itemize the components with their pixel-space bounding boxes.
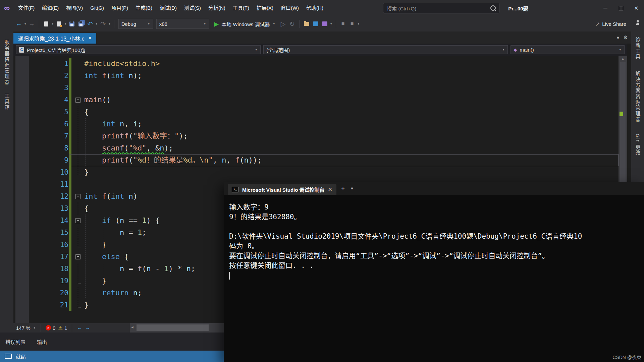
code-line[interactable]: 1#include<stdio.h> [13, 58, 619, 70]
glyph-margin-cell[interactable] [13, 239, 29, 251]
undo-dropdown-icon[interactable]: ▾ [95, 22, 98, 25]
redo-button[interactable]: ↷ [99, 18, 107, 29]
new-file-dropdown-icon[interactable]: ▾ [51, 22, 54, 25]
solution-configuration-dropdown[interactable]: Debug▾ [118, 19, 153, 29]
fold-margin[interactable] [74, 202, 82, 215]
close-button[interactable]: ✕ [629, 0, 644, 16]
maximize-button[interactable] [613, 0, 629, 16]
fold-margin[interactable] [74, 154, 82, 166]
menu-item[interactable]: 编辑(E) [38, 0, 62, 16]
sidebar-tab[interactable]: 解决方案资源管理器 [634, 71, 641, 122]
menu-item[interactable]: 窗口(W) [277, 0, 303, 16]
navigate-forward-button[interactable]: → [28, 18, 36, 29]
glyph-margin-cell[interactable] [13, 166, 29, 178]
console-output[interactable]: 输入数字：99！的结果是362880。 D:\软件夹\Visual Studio… [224, 195, 644, 362]
horizontal-scrollbar-thumb[interactable] [137, 324, 209, 331]
glyph-margin-cell[interactable] [13, 287, 29, 299]
code-text[interactable] [84, 82, 619, 94]
glyph-margin-cell[interactable] [13, 94, 29, 106]
collapse-toggle-icon[interactable]: − [75, 218, 80, 223]
menu-item[interactable]: 测试(S) [180, 0, 205, 16]
collapse-toggle-icon[interactable]: − [75, 254, 80, 259]
glyph-margin-cell[interactable] [13, 263, 29, 275]
debug-console-window[interactable]: >_ Microsoft Visual Studio 调试控制台 ✕ + ▼ 输… [224, 182, 644, 362]
line-number[interactable]: 21 [29, 299, 69, 311]
scroll-up-icon[interactable]: ▲ [619, 57, 627, 61]
toolbar-options-dropdown-icon[interactable]: ▾ [357, 22, 360, 25]
fold-margin[interactable] [74, 227, 82, 239]
code-text[interactable]: printf("输入数字："); [84, 130, 619, 142]
properties-window-button[interactable] [321, 18, 329, 29]
console-title-bar[interactable]: >_ Microsoft Visual Studio 调试控制台 ✕ + ▼ [224, 182, 644, 195]
fold-margin[interactable]: − [74, 94, 82, 106]
code-line[interactable]: 5{ [13, 106, 619, 118]
code-text[interactable]: #include<stdio.h> [84, 58, 619, 70]
previous-change-button[interactable]: ← [77, 325, 82, 331]
fold-margin[interactable] [74, 239, 82, 251]
menu-item[interactable]: 文件(F) [14, 0, 38, 16]
line-number[interactable]: 12 [29, 190, 69, 202]
background-tasks-icon[interactable] [5, 354, 12, 359]
code-line[interactable]: 2int f(int n); [13, 70, 619, 82]
start-debugging-button[interactable]: ▶ 本地 Windows 调试器 ▾ [211, 18, 278, 29]
line-number[interactable]: 8 [29, 142, 69, 154]
undo-button[interactable]: ↶ [86, 18, 94, 29]
fold-margin[interactable] [74, 106, 82, 118]
start-without-debugging-button[interactable]: ▷ [279, 18, 287, 29]
collapse-toggle-icon[interactable]: − [75, 98, 80, 103]
glyph-margin-cell[interactable] [13, 82, 29, 94]
menu-item[interactable]: 项目(P) [108, 0, 132, 16]
glyph-margin-cell[interactable] [13, 118, 29, 130]
menu-item[interactable]: 视图(V) [62, 0, 87, 16]
fold-margin[interactable]: − [74, 215, 82, 227]
fold-margin[interactable] [74, 166, 82, 178]
glyph-margin-cell[interactable] [13, 215, 29, 227]
code-text[interactable]: int n, i; [84, 118, 619, 130]
console-new-tab-icon[interactable]: + [341, 185, 345, 192]
solution-explorer-button[interactable] [312, 18, 320, 29]
glyph-margin-cell[interactable] [13, 130, 29, 142]
symbol-dropdown[interactable]: ◆ main() ▾ [511, 45, 625, 54]
line-number[interactable]: 19 [29, 275, 69, 287]
console-dropdown-icon[interactable]: ▼ [350, 186, 354, 190]
fold-margin[interactable] [74, 118, 82, 130]
back-history-dropdown-icon[interactable]: ▾ [24, 22, 27, 25]
save-all-button[interactable] [77, 18, 85, 29]
code-line[interactable]: 7 printf("输入数字："); [13, 130, 619, 142]
save-button[interactable] [68, 18, 76, 29]
comment-button[interactable]: ≡ [348, 18, 356, 29]
search-box[interactable]: 搜索 (Ctrl+Q) [383, 3, 499, 13]
fold-margin[interactable] [74, 263, 82, 275]
gear-icon[interactable]: ⚙ [624, 35, 628, 41]
glyph-margin-cell[interactable] [13, 142, 29, 154]
menu-item[interactable]: 工具(T) [229, 0, 253, 16]
line-number[interactable]: 13 [29, 202, 69, 215]
code-line[interactable]: 8 scanf("%d", &n); [13, 142, 619, 154]
menu-item[interactable]: 帮助(H) [303, 0, 327, 16]
code-text[interactable]: int f(int n); [84, 70, 619, 82]
line-number[interactable]: 1 [29, 58, 69, 70]
live-share-button[interactable]: ↗ Live Share [595, 21, 626, 27]
sidebar-tab[interactable]: 工具箱 [3, 93, 10, 110]
glyph-margin-cell[interactable] [13, 106, 29, 118]
project-dropdown[interactable]: C Project6_C语言经典100题 ▾ [16, 45, 261, 54]
sidebar-tab[interactable]: 诊断工具 [634, 37, 641, 60]
next-change-button[interactable]: → [85, 325, 90, 331]
line-number[interactable]: 2 [29, 70, 69, 82]
menu-item[interactable]: 调试(D) [156, 0, 180, 16]
code-line[interactable]: 9 printf("%d！的结果是%d。\n", n, f(n)); [13, 154, 619, 166]
line-indent-button[interactable]: ≡ [339, 18, 347, 29]
code-line[interactable]: 10} [13, 166, 619, 178]
menu-item[interactable]: 生成(B) [132, 0, 156, 16]
error-count-badge[interactable]: × 0 [46, 325, 55, 331]
fold-margin[interactable] [74, 70, 82, 82]
line-number[interactable]: 5 [29, 106, 69, 118]
line-number[interactable]: 20 [29, 287, 69, 299]
feedback-button[interactable] [636, 18, 644, 29]
line-number[interactable]: 6 [29, 118, 69, 130]
fold-margin[interactable]: − [74, 251, 82, 263]
line-number[interactable]: 14 [29, 215, 69, 227]
code-text[interactable]: printf("%d！的结果是%d。\n", n, f(n)); [84, 154, 619, 166]
add-item-dropdown-icon[interactable]: ▾ [64, 22, 67, 25]
solution-platform-dropdown[interactable]: x86▾ [156, 19, 209, 29]
